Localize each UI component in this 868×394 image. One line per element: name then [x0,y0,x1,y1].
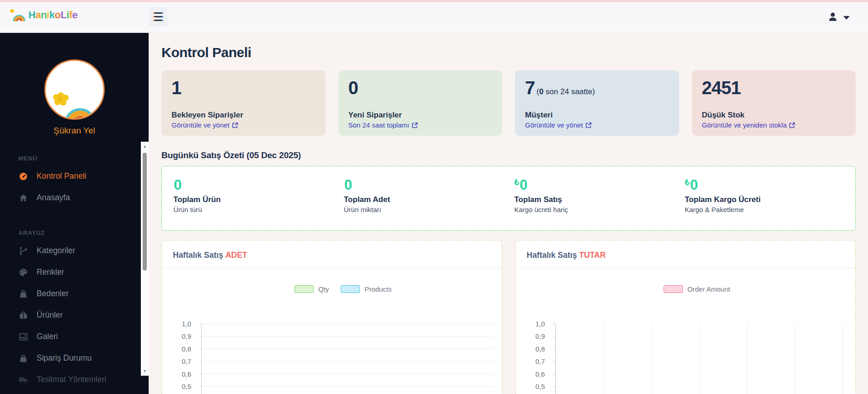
chart-card-adet: Haftalık SatışADET Qty Products 1,0 0,9 … [161,240,502,394]
sizes-bag-icon [18,289,28,299]
summary-col-toplam-satis: ₺0 Toplam Satış Kargo ücreti hariç [514,177,685,230]
order-status-icon [18,353,28,363]
sidebar-item-galeri[interactable]: Galeri [0,326,149,347]
sidebar-item-siparis-durumu[interactable]: Sipariş Durumu [0,347,149,369]
chart-card-tutar: Haftalık SatışTUTAR Order Amount 1,0 0,9… [515,240,856,394]
sidebar-item-anasayfa[interactable]: Anasayfa [0,187,149,208]
home-icon [18,193,28,203]
y-tick: 0,6 [173,370,191,378]
daily-summary-heading: Bugünkü Satış Özeti (05 Dec 2025) [161,150,856,160]
y-tick: 0,9 [173,332,191,340]
legend-item-order-amount[interactable]: Order Amount [664,285,730,293]
chart-tag: ADET [225,250,247,260]
external-link-icon [585,122,592,128]
chart-plot-area: 1,0 0,9 0,8 0,7 0,6 0,5 0,4 0,3 [173,320,494,394]
sidebar-item-teslimat-yontemleri[interactable]: Teslimat Yöntemleri [0,369,149,390]
sidebar-item-urunler[interactable]: Ürünler [0,304,149,326]
legend-swatch [295,285,314,293]
sidebar: Şükran Yel MENÜ Kontrol Paneli Anasayfa … [0,33,149,394]
y-tick: 0,5 [173,383,191,390]
view-restock-link[interactable]: Görüntüle ve yeniden stokla [702,121,846,129]
scrollbar-thumb[interactable] [143,153,147,271]
page-title: Kontrol Paneli [161,45,856,60]
chart-grid [555,324,848,394]
stat-label: Bekleyen Siparişler [171,111,316,120]
view-manage-link[interactable]: Görüntüle ve yönet [525,121,669,129]
y-tick: 0,7 [527,357,545,365]
flower-icon [53,92,69,106]
summary-value: 0 [344,177,514,193]
top-header: HanikoLife [0,0,868,33]
flower-icon [10,9,14,13]
sidebar-scrollbar[interactable]: ▲ ▼ [141,142,149,376]
chart-title: Haftalık SatışTUTAR [516,240,856,269]
brand-name: HanikoLife [28,9,78,21]
truck-icon [18,375,28,385]
stat-card-yeni-siparisler: 0 Yeni Siparişler Son 24 saat toplamı [338,70,503,136]
y-tick: 0,8 [527,345,545,353]
chart-tag: TUTAR [579,250,605,260]
profile-name: Şükran Yel [0,126,149,136]
y-tick: 0,5 [527,383,545,390]
legend-swatch [341,285,360,293]
user-menu[interactable] [827,11,850,23]
chart-title: Haftalık SatışADET [162,240,502,269]
menu-toggle-button[interactable] [149,7,167,27]
rainbow-avatar-art [53,92,96,120]
stat-extra: (0 son 24 saatte) [536,87,595,96]
legend-item-products[interactable]: Products [341,285,391,293]
y-tick: 0,9 [527,332,545,340]
summary-value: ₺0 [514,177,685,193]
rainbow-logo-icon [10,8,26,22]
y-tick: 0,6 [527,370,545,378]
legend-item-qty[interactable]: Qty [295,285,329,293]
menu-section-label: ARAYÜZ [18,229,149,236]
y-tick: 0,8 [173,345,191,353]
stat-value: 1 [171,79,316,97]
menu-section-label: MENÜ [18,155,149,162]
y-tick: 1,0 [527,320,545,328]
last-24h-total-link[interactable]: Son 24 saat toplamı [348,121,493,129]
stat-card-musteri: 7(0 son 24 saatte) Müşteri Görüntüle ve … [515,70,679,136]
chart-legend: Order Amount [516,269,856,293]
stat-label: Müşteri [525,111,669,120]
scroll-up-icon[interactable]: ▲ [141,143,149,150]
summary-col-toplam-adet: 0 Toplam Adet Ürün miktarı [344,177,514,230]
stat-card-bekleyen-siparisler: 1 Bekleyen Siparişler Görüntüle ve yönet [161,70,326,136]
sidebar-item-kontrol-paneli[interactable]: Kontrol Paneli [0,165,149,187]
y-tick: 1,0 [173,320,191,328]
charts-row: Haftalık SatışADET Qty Products 1,0 0,9 … [161,240,856,394]
external-link-icon [789,122,795,128]
avatar[interactable] [44,59,105,120]
brand-logo[interactable]: HanikoLife [10,8,78,22]
stat-cards-row: 1 Bekleyen Siparişler Görüntüle ve yönet… [161,70,856,136]
chart-legend: Qty Products [162,269,502,293]
categories-icon [18,246,28,256]
sidebar-item-renkler[interactable]: Renkler [0,261,149,283]
view-manage-link[interactable]: Görüntüle ve yönet [171,121,316,129]
summary-col-toplam-kargo: ₺0 Toplam Kargo Ücreti Kargo & Paketleme [685,177,855,230]
summary-col-toplam-urun: 0 Toplam Ürün Ürün türü [173,177,344,230]
gallery-icon [18,332,28,342]
main-content: Kontrol Paneli 1 Bekleyen Siparişler Gör… [149,33,868,394]
products-icon [18,310,28,320]
sidebar-item-kategoriler[interactable]: Kategoriler [0,240,149,261]
stat-label: Düşük Stok [702,111,846,120]
palette-icon [18,267,28,277]
y-tick: 0,7 [173,357,191,365]
sidebar-item-bedenler[interactable]: Bedenler [0,283,149,304]
user-icon [827,11,839,23]
chart-plot-area: 1,0 0,9 0,8 0,7 0,6 0,5 0,4 0,3 [527,320,848,394]
legend-swatch [664,285,683,293]
summary-value: ₺0 [685,177,855,193]
external-link-icon [412,122,418,128]
dashboard-icon [18,171,28,181]
daily-summary-box: 0 Toplam Ürün Ürün türü 0 Toplam Adet Ür… [161,166,856,231]
sidebar-menu: MENÜ Kontrol Paneli Anasayfa ARAYÜZ [0,144,149,394]
stat-value: 2451 [702,79,846,97]
chart-grid [201,324,494,394]
stat-value: 0 [348,79,493,97]
summary-value: 0 [173,177,344,193]
scroll-down-icon[interactable]: ▼ [141,367,149,375]
chevron-down-icon [843,16,850,20]
